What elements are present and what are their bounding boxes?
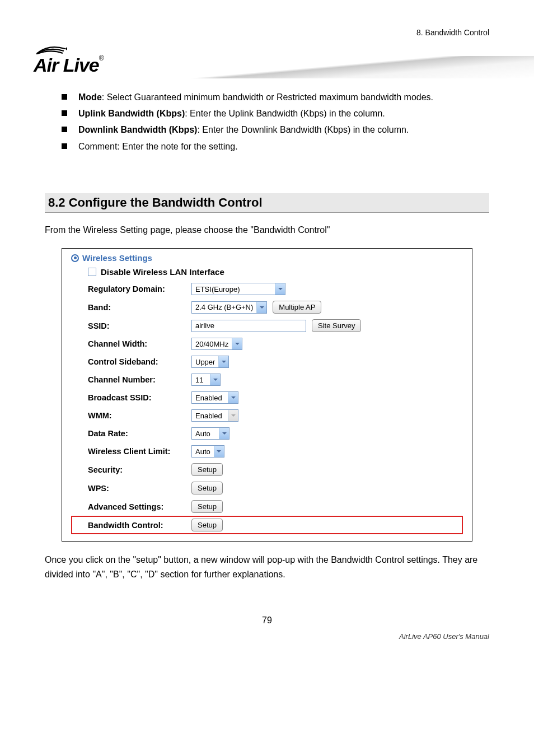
disable-wlan-label: Disable Wireless LAN Interface bbox=[101, 267, 224, 277]
security-setup-button[interactable]: Setup bbox=[191, 463, 223, 476]
chapter-label: 8. Bandwidth Control bbox=[416, 28, 489, 37]
advanced-settings-label: Advanced Settings: bbox=[88, 502, 186, 511]
wmm-select: Enabled bbox=[191, 409, 238, 422]
band-select[interactable]: 2.4 GHz (B+G+N) bbox=[191, 301, 267, 314]
bandwidth-control-row: Bandwidth Control: Setup bbox=[71, 516, 463, 534]
page-header: 8. Bandwidth Control Air Live® bbox=[45, 28, 489, 76]
target-icon bbox=[71, 254, 79, 262]
channel-width-select[interactable]: 20/40MHz bbox=[191, 338, 242, 350]
chevron-down-icon bbox=[256, 302, 266, 313]
channel-number-label: Channel Number: bbox=[88, 375, 186, 384]
control-sideband-select[interactable]: Upper bbox=[191, 356, 229, 368]
client-limit-select[interactable]: Auto bbox=[191, 445, 224, 458]
page-number: 79 bbox=[45, 615, 489, 626]
disable-wlan-checkbox[interactable] bbox=[88, 268, 96, 276]
airlive-logo: Air Live® bbox=[34, 42, 104, 76]
channel-width-row: Channel Width: 20/40MHz bbox=[88, 335, 463, 353]
wmm-label: WMM: bbox=[88, 411, 186, 420]
channel-number-select[interactable]: 11 bbox=[191, 374, 221, 386]
client-limit-label: Wireless Client Limit: bbox=[88, 447, 186, 456]
data-rate-row: Data Rate: Auto bbox=[88, 424, 463, 442]
ssid-row: SSID: airlive Site Survey bbox=[88, 316, 463, 335]
panel-title: Wireless Settings bbox=[71, 253, 463, 263]
wmm-row: WMM: Enabled bbox=[88, 407, 463, 424]
channel-number-row: Channel Number: 11 bbox=[88, 371, 463, 389]
bullet-uplink: Uplink Bandwidth (Kbps): Enter the Uplin… bbox=[62, 106, 489, 121]
header-gradient bbox=[123, 56, 534, 78]
data-rate-label: Data Rate: bbox=[88, 429, 186, 438]
bandwidth-setup-button[interactable]: Setup bbox=[191, 519, 223, 531]
control-sideband-row: Control Sideband: Upper bbox=[88, 353, 463, 371]
outro-paragraph: Once you click on the "setup" button, a … bbox=[45, 553, 489, 581]
advanced-setup-button[interactable]: Setup bbox=[191, 500, 223, 513]
band-row: Band: 2.4 GHz (B+G+N) Multiple AP bbox=[88, 298, 463, 316]
broadcast-ssid-select[interactable]: Enabled bbox=[191, 391, 238, 404]
registered-icon: ® bbox=[99, 54, 104, 62]
wps-setup-button[interactable]: Setup bbox=[191, 482, 223, 494]
ssid-input[interactable]: airlive bbox=[191, 320, 306, 332]
site-survey-button[interactable]: Site Survey bbox=[312, 319, 361, 332]
security-row: Security: Setup bbox=[88, 460, 463, 479]
wps-row: WPS: Setup bbox=[88, 479, 463, 497]
chevron-down-icon bbox=[228, 410, 238, 421]
intro-paragraph: From the Wireless Setting page, please c… bbox=[45, 223, 489, 237]
manual-name: AirLive AP60 User's Manual bbox=[45, 632, 489, 641]
data-rate-select[interactable]: Auto bbox=[191, 427, 229, 440]
wireless-settings-panel: Wireless Settings Disable Wireless LAN I… bbox=[62, 248, 472, 542]
chevron-down-icon bbox=[210, 374, 220, 385]
broadcast-ssid-label: Broadcast SSID: bbox=[88, 393, 186, 402]
multiple-ap-button[interactable]: Multiple AP bbox=[273, 301, 321, 314]
bullet-mode: Mode: Select Guaranteed minimum bandwidt… bbox=[62, 90, 489, 105]
chevron-down-icon bbox=[218, 356, 228, 367]
client-limit-row: Wireless Client Limit: Auto bbox=[88, 442, 463, 460]
advanced-settings-row: Advanced Settings: Setup bbox=[88, 497, 463, 516]
disable-wlan-row: Disable Wireless LAN Interface bbox=[88, 267, 463, 277]
bullet-downlink: Downlink Bandwidth (Kbps): Enter the Dow… bbox=[62, 122, 489, 137]
chevron-down-icon bbox=[214, 446, 224, 457]
regulatory-domain-label: Regulatory Domain: bbox=[88, 284, 186, 293]
bullet-comment: Comment: Enter the note for the setting. bbox=[62, 139, 489, 154]
channel-width-label: Channel Width: bbox=[88, 339, 186, 348]
control-sideband-label: Control Sideband: bbox=[88, 357, 186, 366]
chevron-down-icon bbox=[219, 428, 229, 439]
logo-text: Air Live bbox=[34, 54, 99, 76]
chevron-down-icon bbox=[275, 283, 285, 295]
chevron-down-icon bbox=[228, 392, 238, 403]
security-label: Security: bbox=[88, 465, 186, 474]
wps-label: WPS: bbox=[88, 484, 186, 493]
section-heading: 8.2 Configure the Bandwidth Control bbox=[45, 193, 489, 213]
chevron-down-icon bbox=[232, 338, 242, 349]
ssid-label: SSID: bbox=[88, 321, 186, 330]
band-label: Band: bbox=[88, 303, 186, 312]
broadcast-ssid-row: Broadcast SSID: Enabled bbox=[88, 389, 463, 407]
bandwidth-control-label: Bandwidth Control: bbox=[88, 521, 186, 530]
regulatory-domain-select[interactable]: ETSI(Europe) bbox=[191, 283, 285, 295]
bullet-list: Mode: Select Guaranteed minimum bandwidt… bbox=[45, 90, 489, 154]
regulatory-domain-row: Regulatory Domain: ETSI(Europe) bbox=[88, 280, 463, 298]
